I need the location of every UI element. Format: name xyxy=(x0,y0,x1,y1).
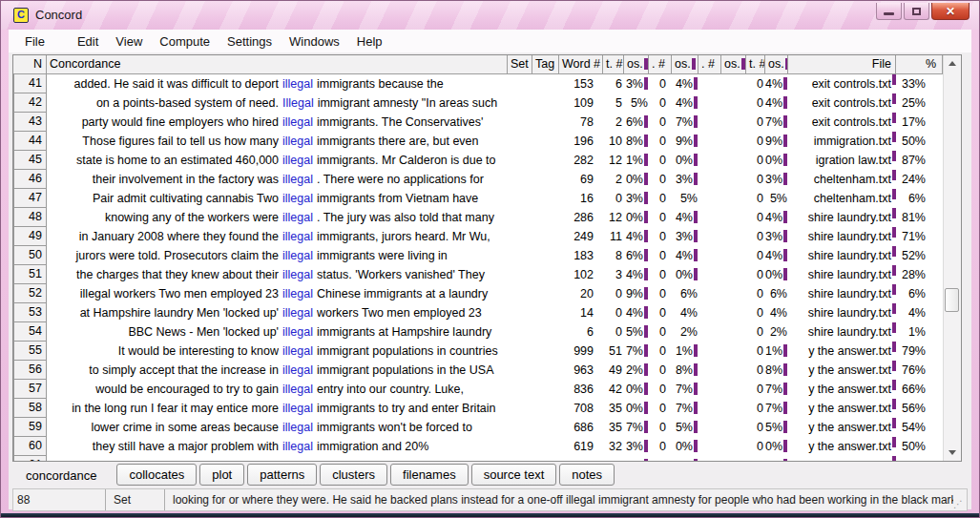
position-bar xyxy=(644,383,648,395)
row-number[interactable]: 51 xyxy=(13,265,47,284)
tab-filenames[interactable]: filenames xyxy=(390,464,469,486)
header-para-pos[interactable]: os. xyxy=(672,55,699,74)
header-head-pos[interactable]: os. xyxy=(721,55,746,74)
menu-item-windows[interactable]: Windows xyxy=(281,31,348,52)
maximize-button[interactable] xyxy=(904,3,929,20)
tab-source-text[interactable]: source text xyxy=(471,464,557,486)
row-number[interactable]: 43 xyxy=(13,113,47,132)
tag-cell xyxy=(532,456,559,461)
tab-notes[interactable]: notes xyxy=(559,464,615,486)
tab-concordance[interactable]: concordance xyxy=(12,464,114,486)
menu-item-edit[interactable]: Edit xyxy=(69,31,107,52)
concordance-row[interactable]: 42on a points-based system of need.Illeg… xyxy=(13,93,943,113)
row-number[interactable]: 55 xyxy=(13,342,47,361)
sect-pos-cell-value: 3% xyxy=(765,173,782,186)
concordance-row[interactable]: 43party would fine employers who hiredil… xyxy=(13,113,943,132)
concordance-row[interactable]: 58in the long run I fear it may entice m… xyxy=(13,399,943,418)
sent-number-cell: 8 xyxy=(603,246,624,265)
sent-pos-cell: 9% xyxy=(624,456,649,461)
concordance-row[interactable]: 44Those figures fail to tell us how many… xyxy=(13,132,943,151)
tab-patterns[interactable]: patterns xyxy=(247,464,317,486)
scrollbar-thumb[interactable] xyxy=(945,288,959,312)
row-number[interactable]: 52 xyxy=(13,284,47,303)
vertical-scrollbar[interactable] xyxy=(943,55,961,461)
row-number[interactable]: 53 xyxy=(13,303,47,322)
concordance-row[interactable]: 49in January 2008 where they found theil… xyxy=(13,227,943,246)
position-bar xyxy=(644,306,648,319)
concordance-row[interactable]: 59lower crime in some areas becauseilleg… xyxy=(13,418,943,437)
header-percent[interactable]: % xyxy=(896,55,943,74)
concordance-row[interactable]: 60they still have a major problem withil… xyxy=(13,437,943,456)
header-para-number[interactable]: . # xyxy=(649,55,672,74)
row-number[interactable]: 50 xyxy=(13,246,47,265)
header-n[interactable]: N xyxy=(13,55,47,74)
row-number[interactable]: 60 xyxy=(13,437,47,456)
concordance-row[interactable]: 50jurors were told. Prosecutors claim th… xyxy=(13,246,943,265)
menu-item-compute[interactable]: Compute xyxy=(151,31,219,52)
header-sect-pos[interactable]: os. xyxy=(765,55,788,74)
concord-window: C Concord ✕ FileEditViewComputeSettingsW… xyxy=(0,0,980,518)
header-sent-number[interactable]: t. # xyxy=(603,55,624,74)
header-file[interactable]: File xyxy=(788,55,896,74)
concordance-text: state is home to an estimated 460,000ill… xyxy=(47,151,508,170)
concordance-row[interactable]: 52illegal workers Two men employed 23ill… xyxy=(13,284,943,303)
header-head-number[interactable]: . # xyxy=(699,55,721,74)
row-number[interactable]: 57 xyxy=(13,380,47,399)
menu-item-view[interactable]: View xyxy=(107,31,151,52)
right-context: entry into our country. Luke, xyxy=(317,380,508,399)
row-number[interactable]: 48 xyxy=(13,208,47,227)
concordance-row[interactable]: 55It would be interesting to knowillegal… xyxy=(13,342,943,361)
right-context: immigrants in the past' Craig's xyxy=(317,456,508,461)
row-number[interactable]: 46 xyxy=(13,170,47,189)
resize-grip[interactable]: ⋰ xyxy=(953,499,967,510)
tab-plot[interactable]: plot xyxy=(199,464,244,486)
row-number[interactable]: 49 xyxy=(13,227,47,246)
header-set[interactable]: Set xyxy=(508,55,532,74)
row-number[interactable]: 47 xyxy=(13,189,47,208)
header-word-number[interactable]: Word # xyxy=(559,55,603,74)
menu-item-settings[interactable]: Settings xyxy=(219,31,281,52)
concordance-row[interactable]: 57would be encouraged to try to gainille… xyxy=(13,380,943,399)
sent-number-cell: 0 xyxy=(603,189,624,208)
row-number[interactable]: 42 xyxy=(13,93,47,113)
sent-pos-cell: 1% xyxy=(624,151,649,170)
header-sect-number[interactable]: t. # xyxy=(746,55,765,74)
concordance-row[interactable]: 45state is home to an estimated 460,000i… xyxy=(13,151,943,170)
head-number-cell xyxy=(699,189,721,208)
scroll-down-button[interactable] xyxy=(944,445,961,461)
header-sent-pos[interactable]: os. xyxy=(624,55,649,74)
row-number[interactable]: 45 xyxy=(13,151,47,170)
header-tag[interactable]: Tag xyxy=(532,55,559,74)
row-number[interactable]: 58 xyxy=(13,399,47,418)
concordance-row[interactable]: 41added. He said it was difficult to dep… xyxy=(13,74,943,93)
row-number[interactable]: 56 xyxy=(13,361,47,380)
concordance-row[interactable]: 54BBC News - Men 'locked up'illegalimmig… xyxy=(13,322,943,342)
row-number[interactable]: 61 xyxy=(13,456,47,461)
row-number[interactable]: 41 xyxy=(13,74,47,93)
minimize-button[interactable] xyxy=(876,3,902,20)
concordance-row[interactable]: 56to simply accept that the increase ini… xyxy=(13,361,943,380)
scroll-up-button[interactable] xyxy=(944,55,961,72)
menu-item-help[interactable]: Help xyxy=(348,31,391,52)
position-bar xyxy=(783,421,787,433)
tab-collocates[interactable]: collocates xyxy=(116,464,197,486)
concordance-row[interactable]: 51the charges that they knew about their… xyxy=(13,265,943,284)
close-button[interactable]: ✕ xyxy=(931,3,970,20)
percent-cell: 25% xyxy=(896,93,943,113)
row-number[interactable]: 59 xyxy=(13,418,47,437)
status-bar: 88 Set looking for or where they were. H… xyxy=(12,488,968,511)
concordance-row[interactable]: 61added 'I backed an amnesty forillegali… xyxy=(13,456,943,461)
tag-cell xyxy=(532,227,559,246)
menu-item-file[interactable]: File xyxy=(16,31,53,52)
sent-pos-cell-value: 0% xyxy=(626,383,643,396)
concordance-row[interactable]: 47Pair admit cultivating cannabis Twoill… xyxy=(13,189,943,208)
concordance-row[interactable]: 48knowing any of the workers wereillegal… xyxy=(13,208,943,227)
header-concordance[interactable]: Concordance xyxy=(47,55,508,74)
row-number[interactable]: 54 xyxy=(13,322,47,342)
sent-pos-cell-value: 7% xyxy=(626,344,643,358)
title-bar[interactable]: C Concord ✕ xyxy=(1,1,979,30)
row-number[interactable]: 44 xyxy=(13,132,47,151)
tab-clusters[interactable]: clusters xyxy=(320,464,387,486)
concordance-row[interactable]: 46their involvement in the factory wasil… xyxy=(13,170,943,189)
concordance-row[interactable]: 53at Hampshire laundry Men 'locked up'il… xyxy=(13,303,943,322)
